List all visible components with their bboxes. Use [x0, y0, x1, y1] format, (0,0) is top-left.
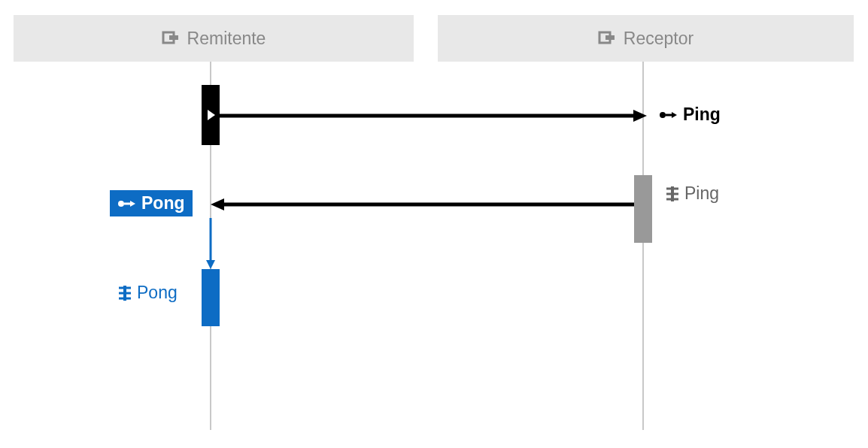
- participant-icon: [162, 31, 180, 46]
- svg-point-16: [118, 201, 124, 207]
- self-arrow: [205, 218, 217, 271]
- message-label-ping-recv: Ping: [666, 183, 719, 204]
- svg-marker-15: [211, 198, 224, 210]
- participant-header-right: Receptor: [438, 15, 854, 62]
- handle-icon: [666, 186, 678, 201]
- participant-label-right: Receptor: [624, 29, 693, 49]
- handle-icon: [119, 286, 131, 301]
- message-label-ping-send: Ping: [659, 104, 721, 125]
- participant-label-left: Remitente: [187, 29, 266, 49]
- activation-receiver: [634, 175, 652, 243]
- message-arrow-pong: [211, 198, 636, 210]
- svg-marker-18: [130, 201, 135, 207]
- svg-rect-1: [169, 35, 178, 40]
- svg-rect-3: [605, 35, 615, 40]
- activation-sender-2: [202, 269, 220, 326]
- svg-marker-4: [208, 110, 215, 120]
- message-text: Pong: [137, 283, 178, 303]
- svg-marker-6: [633, 110, 647, 122]
- message-arrow-ping: [220, 110, 648, 122]
- message-text: Ping: [684, 183, 719, 204]
- message-label-pong-send: Pong: [110, 190, 193, 216]
- message-text: Ping: [683, 104, 721, 125]
- message-text: Pong: [141, 193, 185, 213]
- svg-marker-9: [672, 112, 677, 118]
- send-icon: [117, 198, 135, 209]
- participant-icon: [598, 31, 616, 46]
- participant-header-left: Remitente: [14, 15, 414, 62]
- send-icon: [659, 110, 677, 120]
- activation-sender-1: [202, 85, 220, 145]
- svg-point-7: [660, 112, 666, 118]
- svg-rect-24: [123, 286, 126, 301]
- message-label-pong-recv: Pong: [119, 283, 178, 303]
- svg-marker-20: [206, 260, 215, 269]
- svg-rect-13: [671, 186, 674, 201]
